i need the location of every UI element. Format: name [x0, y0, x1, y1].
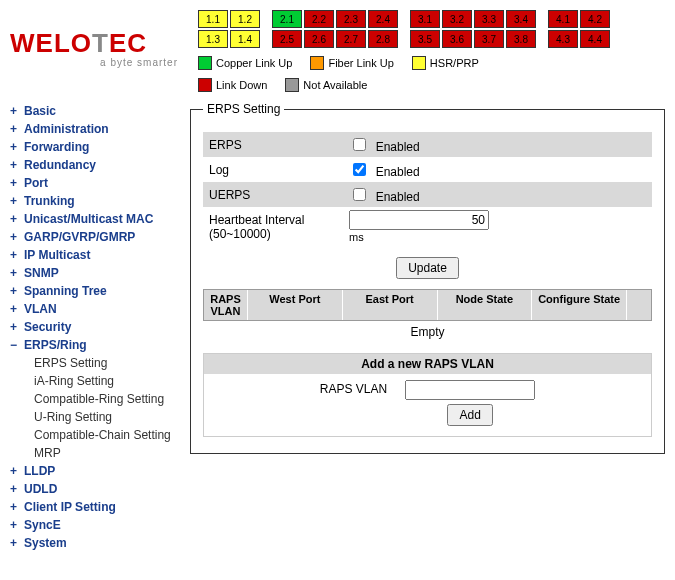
- erps-setting-panel: ERPS Setting ERPS Enabled Log Enabled UE…: [190, 102, 665, 454]
- port-2-3[interactable]: 2.3: [336, 10, 366, 28]
- raps-table-header: RAPS VLAN West Port East Port Node State…: [203, 289, 652, 321]
- nav-basic[interactable]: +Basic: [10, 102, 186, 120]
- nav-sub-ia-ring[interactable]: iA-Ring Setting: [34, 372, 186, 390]
- legend-swatch-orange: [310, 56, 324, 70]
- port-3-1[interactable]: 3.1: [410, 10, 440, 28]
- col-node-state: Node State: [438, 290, 533, 320]
- logo-post: EC: [109, 28, 147, 58]
- update-button[interactable]: Update: [396, 257, 459, 279]
- nav-system[interactable]: +System: [10, 534, 186, 552]
- raps-vlan-input[interactable]: [405, 380, 535, 400]
- port-2-2[interactable]: 2.2: [304, 10, 334, 28]
- row-label-erps: ERPS: [203, 132, 343, 157]
- raps-empty-text: Empty: [203, 321, 652, 343]
- legend-na: Not Available: [303, 79, 367, 91]
- port-3-5[interactable]: 3.5: [410, 30, 440, 48]
- col-spacer: [627, 290, 651, 320]
- row-label-heartbeat: Heartbeat Interval (50~10000): [203, 207, 343, 247]
- nav-sub-mrp[interactable]: MRP: [34, 444, 186, 462]
- add-raps-label: RAPS VLAN: [320, 380, 387, 396]
- port-4-3[interactable]: 4.3: [548, 30, 578, 48]
- port-1-1[interactable]: 1.1: [198, 10, 228, 28]
- heartbeat-unit: ms: [349, 231, 364, 243]
- port-3-7[interactable]: 3.7: [474, 30, 504, 48]
- row-label-log: Log: [203, 157, 343, 182]
- port-3-3[interactable]: 3.3: [474, 10, 504, 28]
- nav-spanning-tree[interactable]: +Spanning Tree: [10, 282, 186, 300]
- nav-security[interactable]: +Security: [10, 318, 186, 336]
- port-3-6[interactable]: 3.6: [442, 30, 472, 48]
- legend-copper-up: Copper Link Up: [216, 57, 292, 69]
- port-4-1[interactable]: 4.1: [548, 10, 578, 28]
- legend-swatch-green: [198, 56, 212, 70]
- port-1-4[interactable]: 1.4: [230, 30, 260, 48]
- nav-redundancy[interactable]: +Redundancy: [10, 156, 186, 174]
- port-3-8[interactable]: 3.8: [506, 30, 536, 48]
- port-legend: Copper Link Up Fiber Link Up HSR/PRP Lin…: [198, 56, 665, 92]
- col-configure-state: Configure State: [532, 290, 627, 320]
- port-2-5[interactable]: 2.5: [272, 30, 302, 48]
- port-4-2[interactable]: 4.2: [580, 10, 610, 28]
- port-2-6[interactable]: 2.6: [304, 30, 334, 48]
- add-button[interactable]: Add: [447, 404, 492, 426]
- nav-garp[interactable]: +GARP/GVRP/GMRP: [10, 228, 186, 246]
- row-label-uerps: UERPS: [203, 182, 343, 207]
- port-2-1[interactable]: 2.1: [272, 10, 302, 28]
- nav-ip-multicast[interactable]: +IP Multicast: [10, 246, 186, 264]
- legend-fiber-up: Fiber Link Up: [328, 57, 393, 69]
- port-2-8[interactable]: 2.8: [368, 30, 398, 48]
- nav-administration[interactable]: +Administration: [10, 120, 186, 138]
- legend-hsr: HSR/PRP: [430, 57, 479, 69]
- port-4-4[interactable]: 4.4: [580, 30, 610, 48]
- nav-sub-compatible-ring[interactable]: Compatible-Ring Setting: [34, 390, 186, 408]
- log-enabled-checkbox[interactable]: [353, 163, 366, 176]
- uerps-enabled-checkbox[interactable]: [353, 188, 366, 201]
- port-2-4[interactable]: 2.4: [368, 10, 398, 28]
- nav-unicast-multicast-mac[interactable]: +Unicast/Multicast MAC: [10, 210, 186, 228]
- logo-pre: WELO: [10, 28, 92, 58]
- nav-lldp[interactable]: +LLDP: [10, 462, 186, 480]
- sidebar-nav: +Basic +Administration +Forwarding +Redu…: [10, 102, 190, 552]
- nav-sub-compatible-chain[interactable]: Compatible-Chain Setting: [34, 426, 186, 444]
- legend-link-down: Link Down: [216, 79, 267, 91]
- legend-swatch-red: [198, 78, 212, 92]
- nav-sub-u-ring[interactable]: U-Ring Setting: [34, 408, 186, 426]
- port-3-4[interactable]: 3.4: [506, 10, 536, 28]
- heartbeat-input[interactable]: [349, 210, 489, 230]
- port-3-2[interactable]: 3.2: [442, 10, 472, 28]
- nav-sub-erps-setting[interactable]: ERPS Setting: [34, 354, 186, 372]
- erps-enabled-checkbox[interactable]: [353, 138, 366, 151]
- legend-swatch-yellow: [412, 56, 426, 70]
- nav-forwarding[interactable]: +Forwarding: [10, 138, 186, 156]
- port-2-7[interactable]: 2.7: [336, 30, 366, 48]
- port-status-panel: 1.1 1.2 1.3 1.4 2.1 2.2 2.3 2.4 2.5 2.6: [198, 10, 665, 48]
- nav-client-ip[interactable]: +Client IP Setting: [10, 498, 186, 516]
- legend-swatch-grey: [285, 78, 299, 92]
- col-west-port: West Port: [248, 290, 343, 320]
- nav-synce[interactable]: +SyncE: [10, 516, 186, 534]
- col-raps-vlan: RAPS VLAN: [204, 290, 248, 320]
- brand-logo: WELOTEC a byte smarter: [10, 10, 190, 68]
- panel-legend: ERPS Setting: [203, 102, 284, 116]
- nav-vlan[interactable]: +VLAN: [10, 300, 186, 318]
- logo-t: T: [92, 28, 109, 58]
- enabled-text-log: Enabled: [376, 165, 420, 179]
- col-east-port: East Port: [343, 290, 438, 320]
- nav-udld[interactable]: +UDLD: [10, 480, 186, 498]
- port-1-3[interactable]: 1.3: [198, 30, 228, 48]
- nav-erps-ring[interactable]: −ERPS/Ring: [10, 336, 186, 354]
- nav-trunking[interactable]: +Trunking: [10, 192, 186, 210]
- add-raps-title: Add a new RAPS VLAN: [204, 354, 651, 374]
- port-1-2[interactable]: 1.2: [230, 10, 260, 28]
- enabled-text-uerps: Enabled: [376, 190, 420, 204]
- nav-port[interactable]: +Port: [10, 174, 186, 192]
- nav-snmp[interactable]: +SNMP: [10, 264, 186, 282]
- enabled-text-erps: Enabled: [376, 140, 420, 154]
- add-raps-section: Add a new RAPS VLAN RAPS VLAN Add: [203, 353, 652, 437]
